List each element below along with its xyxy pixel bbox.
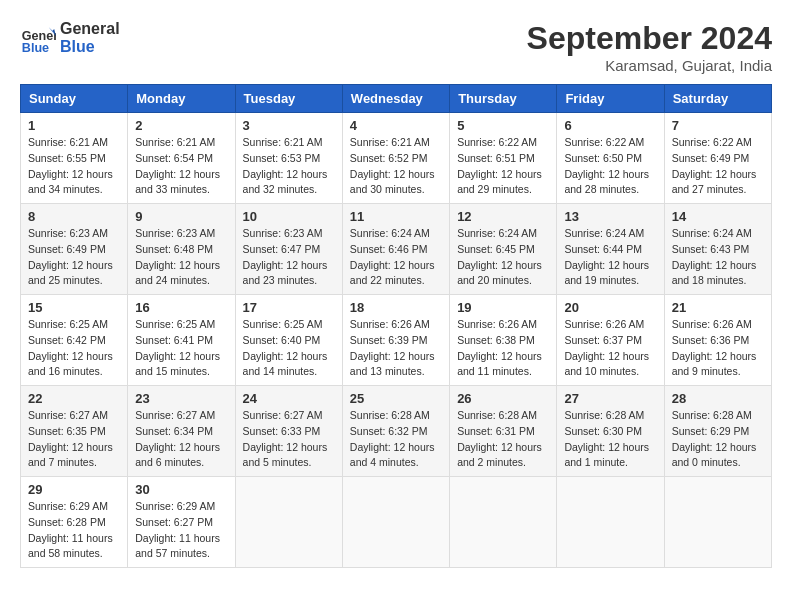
day-number: 8 (28, 209, 120, 224)
calendar-day-cell: 9Sunrise: 6:23 AMSunset: 6:48 PMDaylight… (128, 204, 235, 295)
day-info: Sunrise: 6:27 AMSunset: 6:34 PMDaylight:… (135, 408, 227, 471)
day-number: 14 (672, 209, 764, 224)
day-number: 9 (135, 209, 227, 224)
svg-text:Blue: Blue (22, 41, 49, 55)
calendar-day-cell: 6Sunrise: 6:22 AMSunset: 6:50 PMDaylight… (557, 113, 664, 204)
day-info: Sunrise: 6:28 AMSunset: 6:30 PMDaylight:… (564, 408, 656, 471)
calendar-day-cell: 24Sunrise: 6:27 AMSunset: 6:33 PMDayligh… (235, 386, 342, 477)
day-info: Sunrise: 6:28 AMSunset: 6:29 PMDaylight:… (672, 408, 764, 471)
calendar-day-cell: 29Sunrise: 6:29 AMSunset: 6:28 PMDayligh… (21, 477, 128, 568)
calendar-day-cell: 13Sunrise: 6:24 AMSunset: 6:44 PMDayligh… (557, 204, 664, 295)
day-number: 13 (564, 209, 656, 224)
day-info: Sunrise: 6:23 AMSunset: 6:47 PMDaylight:… (243, 226, 335, 289)
calendar-week-row: 29Sunrise: 6:29 AMSunset: 6:28 PMDayligh… (21, 477, 772, 568)
day-info: Sunrise: 6:27 AMSunset: 6:35 PMDaylight:… (28, 408, 120, 471)
location: Karamsad, Gujarat, India (527, 57, 772, 74)
calendar-day-cell: 16Sunrise: 6:25 AMSunset: 6:41 PMDayligh… (128, 295, 235, 386)
logo-text-general: General (60, 20, 120, 38)
month-title: September 2024 (527, 20, 772, 57)
day-number: 21 (672, 300, 764, 315)
day-number: 20 (564, 300, 656, 315)
calendar-week-row: 15Sunrise: 6:25 AMSunset: 6:42 PMDayligh… (21, 295, 772, 386)
day-number: 17 (243, 300, 335, 315)
calendar-day-cell: 19Sunrise: 6:26 AMSunset: 6:38 PMDayligh… (450, 295, 557, 386)
weekday-header-tuesday: Tuesday (235, 85, 342, 113)
logo-text-blue: Blue (60, 38, 120, 56)
calendar-day-cell: 20Sunrise: 6:26 AMSunset: 6:37 PMDayligh… (557, 295, 664, 386)
day-info: Sunrise: 6:29 AMSunset: 6:27 PMDaylight:… (135, 499, 227, 562)
day-info: Sunrise: 6:23 AMSunset: 6:49 PMDaylight:… (28, 226, 120, 289)
weekday-header-friday: Friday (557, 85, 664, 113)
calendar-day-cell: 22Sunrise: 6:27 AMSunset: 6:35 PMDayligh… (21, 386, 128, 477)
day-info: Sunrise: 6:21 AMSunset: 6:53 PMDaylight:… (243, 135, 335, 198)
day-number: 16 (135, 300, 227, 315)
empty-cell (342, 477, 449, 568)
day-number: 24 (243, 391, 335, 406)
day-number: 12 (457, 209, 549, 224)
calendar-day-cell: 4Sunrise: 6:21 AMSunset: 6:52 PMDaylight… (342, 113, 449, 204)
day-info: Sunrise: 6:25 AMSunset: 6:40 PMDaylight:… (243, 317, 335, 380)
day-info: Sunrise: 6:29 AMSunset: 6:28 PMDaylight:… (28, 499, 120, 562)
day-number: 11 (350, 209, 442, 224)
weekday-header-row: SundayMondayTuesdayWednesdayThursdayFrid… (21, 85, 772, 113)
calendar-table: SundayMondayTuesdayWednesdayThursdayFrid… (20, 84, 772, 568)
day-info: Sunrise: 6:26 AMSunset: 6:37 PMDaylight:… (564, 317, 656, 380)
day-number: 28 (672, 391, 764, 406)
calendar-day-cell: 26Sunrise: 6:28 AMSunset: 6:31 PMDayligh… (450, 386, 557, 477)
day-info: Sunrise: 6:25 AMSunset: 6:42 PMDaylight:… (28, 317, 120, 380)
day-number: 10 (243, 209, 335, 224)
day-info: Sunrise: 6:22 AMSunset: 6:50 PMDaylight:… (564, 135, 656, 198)
calendar-day-cell: 10Sunrise: 6:23 AMSunset: 6:47 PMDayligh… (235, 204, 342, 295)
day-info: Sunrise: 6:21 AMSunset: 6:55 PMDaylight:… (28, 135, 120, 198)
day-number: 6 (564, 118, 656, 133)
day-info: Sunrise: 6:22 AMSunset: 6:51 PMDaylight:… (457, 135, 549, 198)
day-number: 2 (135, 118, 227, 133)
empty-cell (235, 477, 342, 568)
logo: General Blue General Blue (20, 20, 120, 56)
day-number: 23 (135, 391, 227, 406)
calendar-day-cell: 14Sunrise: 6:24 AMSunset: 6:43 PMDayligh… (664, 204, 771, 295)
weekday-header-thursday: Thursday (450, 85, 557, 113)
day-number: 26 (457, 391, 549, 406)
calendar-day-cell: 17Sunrise: 6:25 AMSunset: 6:40 PMDayligh… (235, 295, 342, 386)
day-info: Sunrise: 6:24 AMSunset: 6:46 PMDaylight:… (350, 226, 442, 289)
day-info: Sunrise: 6:21 AMSunset: 6:52 PMDaylight:… (350, 135, 442, 198)
weekday-header-wednesday: Wednesday (342, 85, 449, 113)
day-info: Sunrise: 6:26 AMSunset: 6:38 PMDaylight:… (457, 317, 549, 380)
calendar-day-cell: 8Sunrise: 6:23 AMSunset: 6:49 PMDaylight… (21, 204, 128, 295)
calendar-day-cell: 1Sunrise: 6:21 AMSunset: 6:55 PMDaylight… (21, 113, 128, 204)
calendar-day-cell: 7Sunrise: 6:22 AMSunset: 6:49 PMDaylight… (664, 113, 771, 204)
calendar-day-cell: 2Sunrise: 6:21 AMSunset: 6:54 PMDaylight… (128, 113, 235, 204)
day-info: Sunrise: 6:24 AMSunset: 6:43 PMDaylight:… (672, 226, 764, 289)
calendar-week-row: 8Sunrise: 6:23 AMSunset: 6:49 PMDaylight… (21, 204, 772, 295)
empty-cell (557, 477, 664, 568)
day-info: Sunrise: 6:26 AMSunset: 6:36 PMDaylight:… (672, 317, 764, 380)
day-info: Sunrise: 6:22 AMSunset: 6:49 PMDaylight:… (672, 135, 764, 198)
weekday-header-sunday: Sunday (21, 85, 128, 113)
calendar-day-cell: 3Sunrise: 6:21 AMSunset: 6:53 PMDaylight… (235, 113, 342, 204)
calendar-week-row: 22Sunrise: 6:27 AMSunset: 6:35 PMDayligh… (21, 386, 772, 477)
calendar-day-cell: 27Sunrise: 6:28 AMSunset: 6:30 PMDayligh… (557, 386, 664, 477)
calendar-day-cell: 28Sunrise: 6:28 AMSunset: 6:29 PMDayligh… (664, 386, 771, 477)
weekday-header-saturday: Saturday (664, 85, 771, 113)
day-number: 25 (350, 391, 442, 406)
day-info: Sunrise: 6:26 AMSunset: 6:39 PMDaylight:… (350, 317, 442, 380)
calendar-day-cell: 30Sunrise: 6:29 AMSunset: 6:27 PMDayligh… (128, 477, 235, 568)
calendar-day-cell: 25Sunrise: 6:28 AMSunset: 6:32 PMDayligh… (342, 386, 449, 477)
title-area: September 2024 Karamsad, Gujarat, India (527, 20, 772, 74)
empty-cell (450, 477, 557, 568)
day-info: Sunrise: 6:24 AMSunset: 6:44 PMDaylight:… (564, 226, 656, 289)
day-info: Sunrise: 6:25 AMSunset: 6:41 PMDaylight:… (135, 317, 227, 380)
day-info: Sunrise: 6:23 AMSunset: 6:48 PMDaylight:… (135, 226, 227, 289)
weekday-header-monday: Monday (128, 85, 235, 113)
calendar-week-row: 1Sunrise: 6:21 AMSunset: 6:55 PMDaylight… (21, 113, 772, 204)
day-number: 15 (28, 300, 120, 315)
day-info: Sunrise: 6:24 AMSunset: 6:45 PMDaylight:… (457, 226, 549, 289)
day-number: 19 (457, 300, 549, 315)
day-number: 18 (350, 300, 442, 315)
day-number: 22 (28, 391, 120, 406)
calendar-day-cell: 15Sunrise: 6:25 AMSunset: 6:42 PMDayligh… (21, 295, 128, 386)
day-info: Sunrise: 6:28 AMSunset: 6:32 PMDaylight:… (350, 408, 442, 471)
calendar-day-cell: 23Sunrise: 6:27 AMSunset: 6:34 PMDayligh… (128, 386, 235, 477)
day-number: 4 (350, 118, 442, 133)
